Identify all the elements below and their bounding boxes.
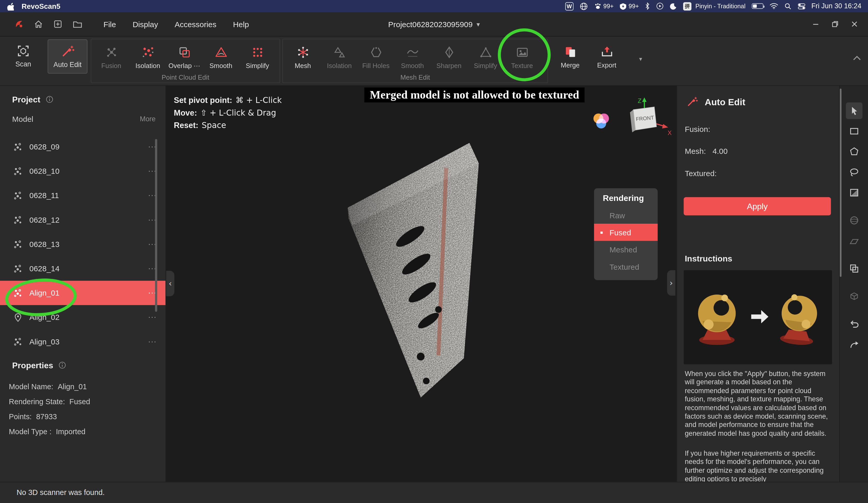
minimize-button[interactable] [812, 20, 819, 28]
mesh-edit-group-label: Mesh Edit [283, 74, 547, 81]
tool-pc-isolation[interactable]: Isolation [130, 39, 166, 70]
battery-icon[interactable] [752, 3, 763, 9]
undo-icon[interactable] [846, 316, 862, 332]
tool-pc-simplify[interactable]: Simplify [239, 39, 276, 70]
tool-overlap[interactable]: Overlap ··· [166, 39, 203, 70]
app-notification-badge[interactable]: 99+ [620, 3, 639, 10]
model-item-0628-13[interactable]: 0628_13 ··· [0, 232, 165, 256]
close-button[interactable] [851, 20, 858, 28]
viewport-3d[interactable]: Set pivot point:⌘ + L-Click Move:⇧ + L-C… [166, 86, 676, 482]
tool-mesh-smooth[interactable]: Smooth [394, 39, 431, 70]
export-icon [600, 43, 614, 61]
tool-texture[interactable]: Texture [504, 39, 540, 70]
point-cloud-icon [13, 239, 22, 249]
new-window-button[interactable] [53, 19, 63, 29]
isolation-icon [332, 43, 347, 61]
model-item-0628-10[interactable]: 0628_10 ··· [0, 159, 165, 183]
menubar-clock[interactable]: Fri Jun 30 16:24 [812, 2, 861, 10]
model-item-0628-14[interactable]: 0628_14 ··· [0, 256, 165, 280]
collapse-sidebar-handle[interactable]: ‹ [166, 271, 174, 296]
mode-tabs: Scan Auto Edit [3, 39, 87, 74]
color-triad-icon[interactable] [591, 113, 611, 130]
tab-auto-edit[interactable]: Auto Edit [48, 39, 87, 74]
input-method-switcher[interactable]: 拼 Pinyin - Traditional [683, 2, 745, 10]
apply-button[interactable]: Apply [684, 197, 831, 215]
export-dropdown-icon[interactable]: ▾ [639, 55, 642, 63]
menu-display[interactable]: Display [133, 20, 158, 29]
info-icon[interactable] [46, 96, 53, 103]
textured-row: Textured: [685, 169, 716, 178]
open-folder-button[interactable] [72, 20, 82, 29]
image-adjust-icon[interactable] [846, 184, 862, 201]
tool-mesh-simplify[interactable]: Simplify [467, 39, 504, 70]
project-name: Project06282023095909 [388, 20, 473, 29]
annotation-banner: Merged model is not allowed to be textur… [364, 88, 585, 102]
rect-select-icon[interactable] [846, 123, 862, 140]
apple-menu-icon[interactable] [7, 2, 14, 10]
more-button[interactable]: More [140, 115, 156, 123]
model-item-align-02[interactable]: Align_02 ··· [0, 305, 165, 329]
rendering-panel-title: Rendering [594, 193, 658, 203]
wifi-icon[interactable] [769, 3, 778, 10]
tab-scan[interactable]: Scan [3, 39, 43, 74]
model-item-0628-11[interactable]: 0628_11 ··· [0, 183, 165, 208]
auto-edit-panel: Auto Edit Fusion: Mesh:4.00 Textured: Ap… [676, 86, 839, 482]
menu-accessories[interactable]: Accessories [175, 20, 216, 29]
point-cloud-icon [13, 191, 22, 200]
prop-model-name: Model Name:Align_01 [9, 382, 87, 391]
rendering-option-fused[interactable]: ▪ Fused [594, 224, 658, 241]
collapse-ribbon-button[interactable] [852, 55, 861, 61]
duplicate-icon[interactable] [846, 260, 862, 277]
point-cloud-icon [13, 166, 22, 176]
rendering-option-textured[interactable]: Textured [594, 258, 658, 275]
menubar-app-name[interactable]: RevoScan5 [21, 2, 60, 10]
model-item-0628-09[interactable]: 0628_09 ··· [0, 134, 165, 159]
menu-help[interactable]: Help [233, 20, 249, 29]
search-icon[interactable] [784, 3, 792, 10]
project-selector[interactable]: Project06282023095909 ▾ [388, 20, 480, 29]
point-cloud-edit-group-label: Point Cloud Edit [91, 74, 279, 81]
share-icon[interactable] [846, 336, 862, 353]
model-item-0628-12[interactable]: 0628_12 ··· [0, 208, 165, 232]
model-item-align-03[interactable]: Align_03 ··· [0, 329, 165, 354]
more-options-icon[interactable]: ··· [148, 313, 157, 321]
tool-mesh-isolation[interactable]: Isolation [321, 39, 358, 70]
home-button[interactable] [34, 19, 43, 29]
now-playing-icon[interactable] [656, 2, 664, 10]
globe-icon[interactable] [579, 2, 588, 10]
tool-pc-smooth[interactable]: Smooth [203, 39, 239, 70]
tool-fill-holes[interactable]: Fill Holes [358, 39, 394, 70]
tool-fusion[interactable]: Fusion [93, 39, 130, 70]
paw-notification-badge[interactable]: 99+ [594, 3, 613, 10]
tool-export[interactable]: Export [589, 39, 625, 69]
tool-sharpen[interactable]: Sharpen [431, 39, 467, 70]
mesh-value: 4.00 [713, 147, 727, 155]
panel-scrollbar[interactable] [840, 89, 841, 277]
select-cursor-icon[interactable] [846, 102, 862, 119]
lasso-select-icon[interactable] [846, 164, 862, 181]
sidebar-scrollbar[interactable] [155, 139, 157, 312]
cube-select-icon[interactable] [846, 288, 862, 305]
focus-moon-icon[interactable] [670, 3, 677, 10]
more-options-icon[interactable]: ··· [148, 338, 157, 346]
sphere-select-icon[interactable] [846, 212, 862, 229]
tool-merge[interactable]: Merge [552, 39, 589, 69]
hint-move: Move:⇧ + L-Click & Drag [174, 106, 281, 119]
control-center-icon[interactable] [797, 3, 805, 10]
scanned-model[interactable] [166, 86, 676, 482]
word-app-icon[interactable]: W [565, 2, 574, 10]
menu-file[interactable]: File [103, 20, 116, 29]
plane-select-icon[interactable] [846, 233, 862, 249]
rendering-panel: Rendering Raw ▪ Fused Meshed Textured [594, 188, 658, 280]
rendering-option-raw[interactable]: Raw [594, 207, 658, 224]
orientation-cube[interactable]: Z X FRONT [618, 95, 673, 142]
tool-mesh[interactable]: Mesh [285, 39, 321, 70]
bluetooth-icon[interactable] [645, 2, 650, 10]
simplify-icon [250, 43, 265, 61]
model-item-align-01[interactable]: Align_01 ··· [0, 280, 165, 305]
rendering-option-meshed[interactable]: Meshed [594, 241, 658, 258]
collapse-panel-handle[interactable]: › [667, 270, 675, 296]
polygon-select-icon[interactable] [846, 144, 862, 160]
info-icon[interactable] [59, 361, 66, 369]
maximize-button[interactable] [831, 20, 839, 28]
